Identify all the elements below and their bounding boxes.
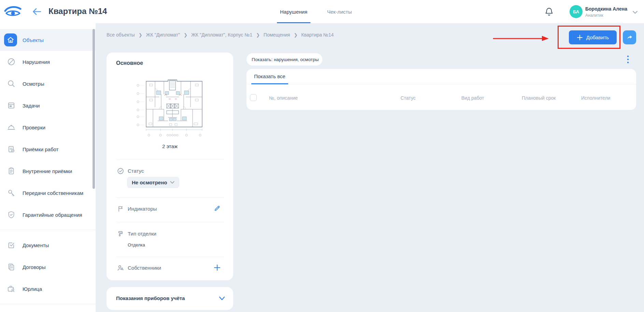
hard-hat-icon <box>7 123 16 132</box>
card-divider <box>116 197 224 198</box>
breadcrumb: Все объекты ❯ ЖК "Дипломат" ❯ ЖК "Диплом… <box>107 32 334 38</box>
sidebar-item-warranty-claims[interactable]: Гарантийные обращения <box>0 204 96 226</box>
breadcrumb-item[interactable]: ЖК "Дипломат", Корпус №1 <box>191 32 252 38</box>
tab-checklists[interactable]: Чек-листы <box>327 0 352 23</box>
select-all-checkbox[interactable] <box>250 94 257 101</box>
sidebar-item-label: Юрлица <box>23 286 42 292</box>
doc-check-icon <box>7 241 16 250</box>
meters-card[interactable]: Показания приборов учёта <box>107 287 233 310</box>
user-initials: БА <box>573 9 579 14</box>
plus-icon <box>577 34 583 41</box>
tab-violations[interactable]: Нарушения <box>280 0 307 23</box>
edit-pencil-icon[interactable] <box>213 204 221 212</box>
sidebar-item-label: Передачи собственникам <box>23 190 83 196</box>
person-key-icon <box>117 264 124 272</box>
sidebar-item-label: Приёмки работ <box>23 146 58 152</box>
records-panel: Показать все №, описание Статус Вид рабо… <box>247 69 636 110</box>
sidebar-item-label: Объекты <box>23 37 44 43</box>
floor-plan-image[interactable] <box>135 76 205 139</box>
tab-checklists-label: Чек-листы <box>327 9 352 15</box>
app-logo-eye-icon[interactable] <box>4 5 22 18</box>
sidebar-item-label: Внутренние приёмки <box>23 168 72 174</box>
user-menu-chevron-down-icon[interactable] <box>632 10 638 14</box>
sidebar-item-objects[interactable]: Объекты <box>0 29 96 51</box>
breadcrumb-separator-icon: ❯ <box>139 32 142 38</box>
tab-show-all-label: Показать все <box>254 73 285 79</box>
add-button-label: Добавить <box>586 34 609 40</box>
sidebar-item-contracts[interactable]: Договоры <box>0 256 96 278</box>
sidebar-item-tasks[interactable]: Задачи <box>0 95 96 116</box>
sidebar-item-label: Гарантийные обращения <box>23 212 82 218</box>
breadcrumb-item[interactable]: Квартира №14 <box>301 32 334 38</box>
sidebar-item-label: Задачи <box>23 103 40 109</box>
sidebar-item-work-acceptance[interactable]: Приёмки работ <box>0 138 96 160</box>
clipboard-lines-icon <box>7 167 16 175</box>
floor-caption: 2 этаж <box>107 143 233 149</box>
sidebar-item-owner-handover[interactable]: Передачи собственникам <box>0 182 96 204</box>
clipboard-check-icon <box>7 145 16 154</box>
column-header-planned-date: Плановый срок <box>522 95 556 101</box>
breadcrumb-separator-icon: ❯ <box>184 32 187 38</box>
briefcase-person-icon <box>7 284 16 293</box>
user-role: Аналитик <box>585 13 603 18</box>
sidebar-item-label: Документы <box>23 242 49 248</box>
info-card-title: Основное <box>116 60 143 66</box>
owners-label: Собственники <box>128 265 161 271</box>
check-circle-icon <box>117 167 124 175</box>
sidebar-scrollbar[interactable] <box>93 29 95 189</box>
status-label: Статус <box>128 168 144 174</box>
sidebar-item-checks[interactable]: Проверки <box>0 116 96 138</box>
notifications-bell-icon[interactable] <box>544 7 554 17</box>
breadcrumb-item[interactable]: Все объекты <box>107 32 135 38</box>
app-root: Квартира №14 Нарушения Чек-листы БА Боро… <box>0 0 644 312</box>
more-options-kebab-icon[interactable] <box>626 55 630 65</box>
sidebar-item-legal-entities[interactable]: Юрлица <box>0 278 96 300</box>
column-header-executors: Исполнители <box>581 95 610 101</box>
status-value: Не осмотрено <box>132 180 167 185</box>
paint-roller-icon <box>117 230 124 238</box>
sidebar-item-internal-acceptance[interactable]: Внутренние приёмки <box>0 160 96 182</box>
breadcrumb-item[interactable]: Помещения <box>264 32 290 38</box>
task-card-icon <box>7 101 16 110</box>
meters-card-title: Показания приборов учёта <box>116 295 185 301</box>
show-filter-dropdown[interactable]: Показать: нарушения, осмотры <box>247 53 322 66</box>
user-name: Бородкина Алена <box>585 6 627 12</box>
back-arrow-icon[interactable] <box>32 7 42 16</box>
sidebar: Объекты Нарушения Осмотры <box>0 23 96 312</box>
show-filter-label: Показать: нарушения, осмотры <box>252 57 319 62</box>
sidebar-item-violations[interactable]: Нарушения <box>0 51 96 73</box>
sidebar-divider <box>0 230 96 230</box>
tab-show-all[interactable]: Показать все <box>251 69 288 84</box>
search-icon <box>7 79 16 88</box>
indicators-label: Индикаторы <box>128 206 157 212</box>
panel-tab-bar: Показать все <box>247 69 636 84</box>
key-icon <box>7 188 16 197</box>
page-title: Квартира №14 <box>48 6 107 16</box>
sidebar-item-inspections[interactable]: Осмотры <box>0 73 96 95</box>
annotation-arrow <box>493 34 550 43</box>
add-button[interactable]: Добавить <box>569 30 617 44</box>
card-divider <box>116 159 224 159</box>
breadcrumb-item[interactable]: ЖК "Дипломат" <box>146 32 180 38</box>
table-header-row: №, описание Статус Вид работ Плановый ср… <box>247 85 636 110</box>
sidebar-item-documents[interactable]: Документы <box>0 234 96 256</box>
status-dropdown[interactable]: Не осмотрено <box>127 177 179 188</box>
expand-chevron-down-icon[interactable] <box>219 296 225 301</box>
column-header-status: Статус <box>401 95 416 101</box>
user-avatar[interactable]: БА <box>570 5 583 18</box>
card-divider <box>116 222 224 222</box>
sidebar-item-label: Осмотры <box>23 81 44 87</box>
finish-type-label: Тип отделки <box>128 231 156 237</box>
share-button[interactable] <box>623 30 636 44</box>
sidebar-item-label: Проверки <box>23 125 45 130</box>
share-icon <box>626 34 633 41</box>
object-info-card: Основное <box>107 53 233 280</box>
home-icon <box>4 33 17 46</box>
sidebar-item-label: Договоры <box>23 264 45 270</box>
ban-icon <box>7 57 16 66</box>
add-owner-plus-icon[interactable] <box>213 264 221 271</box>
top-tabs: Нарушения Чек-листы <box>280 0 352 23</box>
top-bar: Квартира №14 Нарушения Чек-листы БА Боро… <box>0 0 644 23</box>
chevron-down-icon <box>170 181 174 184</box>
sidebar-divider <box>0 304 96 304</box>
